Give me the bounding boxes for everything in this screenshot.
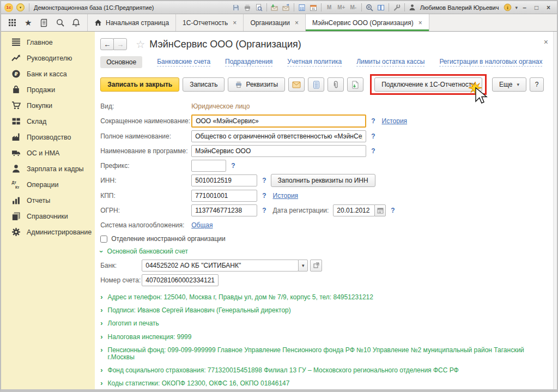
mail-send-icon[interactable] (281, 3, 291, 12)
scrollbar[interactable] (553, 32, 557, 389)
kpp-input[interactable] (191, 190, 257, 202)
close-form-icon[interactable]: × (544, 38, 548, 46)
sidebar-item-purchases[interactable]: Покупки (1, 98, 95, 113)
tab-close-icon[interactable]: × (233, 19, 236, 27)
nav-link-bank-accounts[interactable]: Банковские счета (157, 58, 210, 67)
calendar-picker-button[interactable] (374, 204, 386, 216)
save-icon[interactable] (231, 3, 241, 12)
nav-link-accounting-policy[interactable]: Учетная политика (287, 58, 342, 67)
section-pension-fund[interactable]: › Пенсионный фонд: 099-099-999999 Главно… (100, 346, 545, 361)
tab-home[interactable]: Начальная страница (87, 14, 176, 31)
reg-date-input[interactable] (333, 204, 375, 216)
print-preview-icon[interactable] (254, 3, 264, 12)
calendar-icon[interactable]: 31 (308, 3, 318, 12)
maximize-button[interactable]: □ (531, 4, 542, 11)
sidebar-item-bank-cash[interactable]: ₽ Банк и касса (1, 66, 95, 82)
foreign-branch-checkbox[interactable] (100, 236, 107, 243)
more-button[interactable]: Еще ▾ (492, 77, 526, 92)
info-icon[interactable]: i (502, 3, 512, 12)
apps-grid-icon[interactable] (5, 16, 19, 30)
ogrn-input[interactable] (191, 204, 257, 216)
tab-close-icon[interactable]: × (295, 19, 299, 27)
history-icon[interactable] (37, 16, 51, 30)
help-icon[interactable]: ? (391, 207, 395, 214)
mail-button[interactable] (288, 77, 305, 92)
search-icon[interactable] (53, 16, 67, 30)
file-export-button[interactable] (347, 77, 363, 92)
help-icon[interactable]: ? (371, 147, 375, 155)
nav-link-departments[interactable]: Подразделения (225, 58, 272, 67)
tax-system-link[interactable]: Общая (191, 221, 213, 229)
short-name-input[interactable] (191, 114, 366, 128)
sidebar-item-fixed-assets[interactable]: ОС и НМА (1, 145, 95, 161)
kpp-history-link[interactable]: История (273, 192, 299, 200)
sidebar-item-main[interactable]: Главное (1, 34, 95, 50)
help-icon[interactable]: ? (231, 162, 235, 170)
prefix-input[interactable] (191, 160, 226, 172)
favorite-star-icon[interactable]: ☆ (136, 39, 145, 50)
help-button[interactable]: ? (530, 77, 544, 92)
section-address-phone[interactable]: › Адрес и телефон: 125040, Москва г, Пра… (100, 293, 545, 301)
main-menu-dropdown-icon[interactable]: ▾ (16, 3, 25, 11)
connect-1c-reporting-button[interactable]: Подключение к 1С-Отчетности (374, 77, 482, 92)
bank-open-button[interactable] (310, 260, 322, 272)
help-icon[interactable]: ? (262, 177, 266, 184)
help-icon[interactable]: ? (262, 192, 266, 200)
nav-link-cash-limits[interactable]: Лимиты остатка кассы (356, 58, 424, 67)
forward-button[interactable]: → (113, 38, 127, 50)
section-signatures[interactable]: › Подписи: Иванов Сергей Иванович (Генер… (100, 306, 545, 314)
tab-organizations[interactable]: Организации × (244, 14, 306, 31)
sidebar-item-administration[interactable]: Администрирование (1, 224, 95, 240)
sidebar-item-manager[interactable]: Руководителю (1, 50, 95, 66)
bank-input[interactable] (142, 260, 299, 272)
sidebar-item-warehouse[interactable]: Склад (1, 113, 95, 129)
notifications-bell-icon[interactable] (69, 16, 83, 30)
account-number-input[interactable] (142, 274, 219, 286)
nav-link-main[interactable]: Основное (100, 56, 142, 68)
sidebar-item-directories[interactable]: Справочники (1, 208, 95, 224)
bank-section-header[interactable]: › Основной банковский счет (100, 248, 545, 255)
nav-link-tax-registrations[interactable]: Регистрации в налоговых органах (439, 58, 542, 67)
tab-close-icon[interactable]: × (418, 19, 422, 27)
minimize-button[interactable]: – (519, 4, 530, 11)
1c-logo-icon[interactable]: 1с (4, 3, 13, 12)
mail-receive-icon[interactable] (270, 3, 280, 12)
tab-mainservice-org[interactable]: МэйнСервис ООО (Организация) × (306, 14, 429, 31)
split-view-icon[interactable] (376, 3, 386, 12)
save-button[interactable]: Записать (183, 77, 225, 92)
memory-m-plus-button[interactable]: M+ (336, 4, 347, 10)
close-window-button[interactable]: × (543, 4, 554, 11)
sidebar-item-payroll-hr[interactable]: Зарплата и кадры (1, 161, 95, 177)
zoom-icon[interactable] (365, 3, 374, 12)
inn-input[interactable] (191, 174, 257, 186)
help-icon[interactable]: ? (262, 207, 266, 214)
notes-button[interactable] (308, 77, 324, 92)
program-name-input[interactable] (191, 145, 366, 157)
settings-wrench-icon[interactable] (392, 3, 402, 12)
full-name-input[interactable] (191, 130, 366, 142)
help-icon[interactable]: ? (371, 132, 375, 140)
bank-dropdown-icon[interactable]: ▾ (298, 260, 308, 272)
section-social-insurance[interactable]: › Фонд социального страхования: 77132001… (100, 366, 545, 374)
calculator-icon[interactable] (297, 3, 307, 12)
current-user-name[interactable]: Любимов Валерий Юрьевич (420, 4, 499, 11)
history-link[interactable]: История (382, 117, 408, 125)
print-icon[interactable] (242, 3, 252, 12)
sidebar-item-production[interactable]: Производство (1, 129, 95, 145)
tab-1c-reporting[interactable]: 1С-Отчетность × (176, 14, 244, 31)
requisites-button[interactable]: Реквизиты (228, 77, 285, 92)
help-icon[interactable]: ? (371, 117, 375, 125)
section-logo-stamp[interactable]: › Логотип и печать (100, 319, 545, 327)
favorites-star-icon[interactable]: ★ (21, 16, 35, 30)
save-and-close-button[interactable]: Записать и закрыть (100, 77, 179, 92)
sidebar-item-sales[interactable]: Продажи (1, 82, 95, 98)
attachments-button[interactable] (327, 77, 344, 92)
sidebar-item-operations[interactable]: ДтКт Операции (1, 177, 95, 192)
section-tax-inspection[interactable]: › Налоговая инспекция: 9999 (100, 333, 545, 341)
fill-by-inn-button[interactable]: Заполнить реквизиты по ИНН (271, 174, 375, 187)
info-dropdown-icon[interactable]: ▾ (515, 5, 518, 10)
section-statistics-codes[interactable]: › Коды статистики: ОКОПФ 12300, ОКФС 16,… (100, 379, 545, 387)
sidebar-item-reports[interactable]: Отчеты (1, 192, 95, 208)
memory-m-button[interactable]: M (324, 4, 335, 10)
memory-m-minus-button[interactable]: M- (348, 4, 359, 10)
